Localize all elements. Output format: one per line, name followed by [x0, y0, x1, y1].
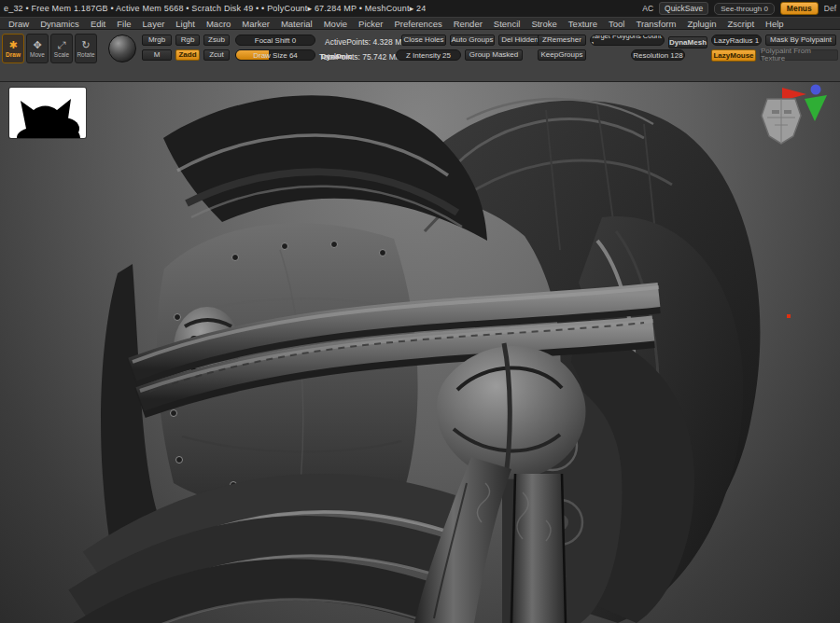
- menu-zplugin[interactable]: Zplugin: [682, 19, 721, 29]
- titlebar: e_32 • Free Mem 1.187GB • Active Mem 566…: [0, 0, 840, 17]
- zcut-button[interactable]: Zcut: [203, 49, 230, 61]
- rgb-button[interactable]: Rgb: [175, 35, 200, 46]
- zbrush-window: e_32 • Free Mem 1.187GB • Active Mem 566…: [0, 0, 840, 623]
- lazymouse-button[interactable]: LazyMouse: [711, 49, 756, 62]
- ac-label: AC: [642, 4, 653, 13]
- lazy-radius-slider[interactable]: LazyRadius 1: [711, 35, 762, 46]
- scale-icon: ⤢: [58, 40, 66, 50]
- menu-light[interactable]: Light: [171, 19, 200, 29]
- titlebar-right: AC QuickSave See-through 0 Menus Def: [642, 2, 836, 15]
- close-holes-button[interactable]: Close Holes: [401, 35, 446, 46]
- menu-transform[interactable]: Transform: [631, 19, 680, 29]
- see-through-slider[interactable]: See-through 0: [714, 3, 775, 15]
- top-left-plates: [163, 95, 487, 241]
- armor-sculpt-render: [0, 82, 840, 623]
- keepgroups-button[interactable]: KeepGroups: [538, 49, 586, 61]
- scale-mode-button[interactable]: ⤢ Scale: [50, 34, 73, 63]
- pivot-dot: [787, 314, 791, 318]
- resolution-slider[interactable]: Resolution 128: [631, 49, 685, 61]
- menu-preferences[interactable]: Preferences: [389, 19, 446, 29]
- menu-dynamics[interactable]: Dynamics: [35, 19, 84, 29]
- menu-texture[interactable]: Texture: [564, 19, 602, 29]
- mask-by-polypaint-button[interactable]: Mask By Polypaint: [765, 35, 836, 46]
- menu-macro[interactable]: Macro: [202, 19, 235, 29]
- blue-dot-icon: [811, 85, 821, 95]
- top-shelf-toolbar: ✱ Draw ✥ Move ⤢ Scale ↻ Rotate Mrgb Rgb …: [0, 30, 840, 82]
- material-sphere-icon[interactable]: [108, 35, 136, 62]
- menu-layer[interactable]: Layer: [138, 19, 170, 29]
- draw-size-slider[interactable]: Draw Size 64: [235, 49, 315, 61]
- move-mode-button[interactable]: ✥ Move: [26, 34, 49, 63]
- z-intensity-slider[interactable]: Z Intensity 25: [396, 49, 461, 61]
- head-preview-icon[interactable]: [762, 99, 801, 144]
- draw-brush-icon: ✱: [8, 40, 17, 50]
- m-button[interactable]: M: [142, 49, 172, 61]
- menubar: Draw Dynamics Edit File Layer Light Macr…: [0, 17, 840, 30]
- memory-status-text: e_32 • Free Mem 1.187GB • Active Mem 566…: [4, 4, 426, 13]
- menu-stroke[interactable]: Stroke: [526, 19, 561, 29]
- del-hidden-button[interactable]: Del Hidden: [498, 35, 541, 46]
- total-points-label: TotalPoints: 75.742 Mil: [319, 52, 399, 62]
- menu-material[interactable]: Material: [276, 19, 317, 29]
- menu-file[interactable]: File: [112, 19, 135, 29]
- menu-movie[interactable]: Movie: [319, 19, 352, 29]
- green-flag-icon: [805, 95, 827, 121]
- draw-mode-button[interactable]: ✱ Draw: [2, 34, 24, 63]
- polypaint-from-texture-button[interactable]: Polypaint From Texture: [760, 49, 838, 61]
- rotate-mode-button[interactable]: ↻ Rotate: [75, 34, 97, 63]
- menu-marker[interactable]: Marker: [237, 19, 274, 29]
- menu-zscript[interactable]: Zscript: [723, 19, 760, 29]
- auto-groups-button[interactable]: Auto Groups: [450, 35, 495, 46]
- zremesher-button[interactable]: ZRemesher: [538, 35, 586, 46]
- menu-tool[interactable]: Tool: [604, 19, 629, 29]
- zsub-button[interactable]: Zsub: [203, 35, 230, 46]
- menu-picker[interactable]: Picker: [354, 19, 387, 29]
- group-masked-button[interactable]: Group Masked: [465, 49, 523, 61]
- focal-shift-slider[interactable]: Focal Shift 0: [235, 35, 315, 46]
- active-points-label: ActivePoints: 4.328 Mil: [325, 37, 405, 47]
- menu-help[interactable]: Help: [761, 19, 789, 29]
- menus-button[interactable]: Menus: [780, 2, 819, 15]
- quicksave-button[interactable]: QuickSave: [659, 2, 708, 15]
- menu-stencil[interactable]: Stencil: [489, 19, 525, 29]
- dynamesh-button[interactable]: DynaMesh: [668, 36, 707, 48]
- move-icon: ✥: [33, 40, 41, 50]
- def-button[interactable]: Def: [824, 4, 836, 13]
- zadd-button[interactable]: Zadd: [175, 49, 200, 61]
- cat-silhouette-icon: [9, 88, 86, 138]
- texture-thumbnail[interactable]: [9, 88, 86, 138]
- menu-draw[interactable]: Draw: [4, 19, 34, 29]
- rotate-icon: ↻: [81, 40, 90, 50]
- mrgb-button[interactable]: Mrgb: [142, 35, 172, 46]
- menu-render[interactable]: Render: [449, 19, 487, 29]
- target-polygons-slider[interactable]: Target Polygons Count 1: [590, 35, 665, 46]
- menu-edit[interactable]: Edit: [86, 19, 110, 29]
- sculpt-viewport[interactable]: [0, 82, 840, 623]
